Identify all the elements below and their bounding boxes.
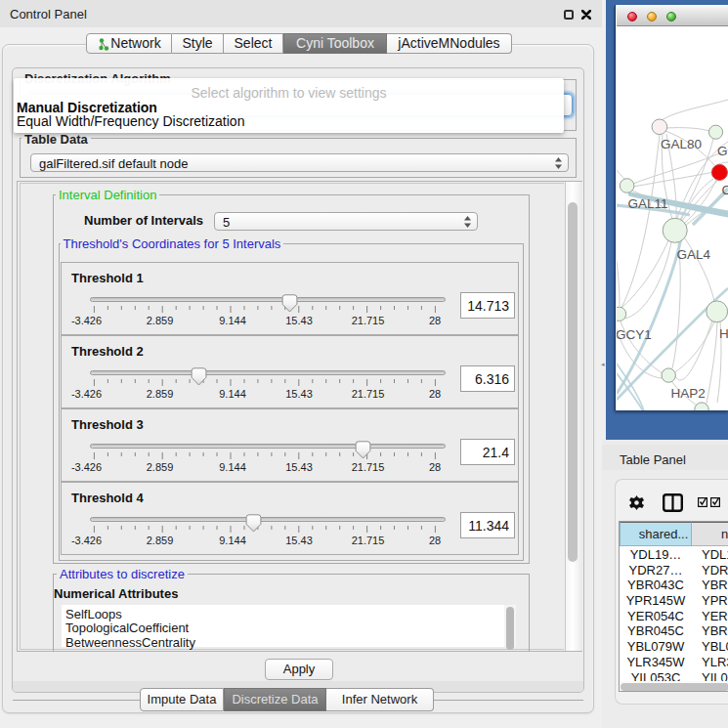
svg-text:HAP2: HAP2 [671, 386, 706, 401]
svg-text:G: G [717, 144, 728, 158]
svg-text:GAL80: GAL80 [661, 137, 702, 151]
svg-text:C: C [722, 183, 728, 197]
svg-text:H: H [719, 326, 728, 341]
svg-text:GAL4: GAL4 [677, 247, 711, 262]
svg-text:GAL11: GAL11 [628, 196, 668, 211]
svg-text:GCY1: GCY1 [617, 327, 652, 342]
